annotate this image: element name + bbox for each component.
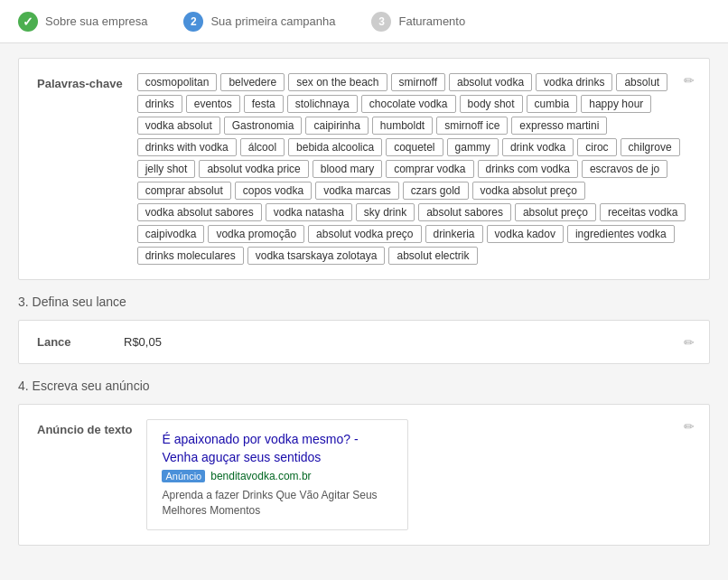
nav-step-1[interactable]: ✓ Sobre sua empresa — [18, 12, 147, 32]
step2-label: Sua primeira campanha — [210, 14, 335, 28]
keyword-tag[interactable]: ciroc — [577, 138, 616, 156]
keyword-tag[interactable]: belvedere — [220, 73, 285, 91]
keyword-tag[interactable]: cosmopolitan — [137, 73, 218, 91]
keyword-tag[interactable]: stolichnaya — [287, 95, 358, 113]
keyword-tag[interactable]: sky drink — [356, 203, 415, 221]
step2-number: 2 — [191, 15, 197, 28]
step2-circle: 2 — [183, 12, 203, 32]
keyword-tag[interactable]: ingredientes vodka — [567, 225, 675, 243]
ad-preview: É apaixonado por vodka mesmo? - Venha ag… — [146, 419, 408, 530]
keyword-tag[interactable]: drinks com vodka — [478, 160, 578, 178]
keyword-tag[interactable]: bebida alcoolica — [288, 138, 382, 156]
ad-title-link[interactable]: É apaixonado por vodka mesmo? - Venha ag… — [162, 432, 358, 464]
keywords-tags-container: cosmopolitanbelvederesex on the beachsmi… — [137, 73, 691, 265]
ad-title: É apaixonado por vodka mesmo? - Venha ag… — [162, 431, 393, 466]
keywords-label: Palavras-chave — [37, 73, 123, 90]
keywords-row: Palavras-chave cosmopolitanbelvederesex … — [37, 73, 691, 265]
anuncio-edit-icon[interactable]: ✏ — [684, 419, 695, 434]
keyword-tag[interactable]: vodka absolut sabores — [137, 203, 262, 221]
keyword-tag[interactable]: vodka natasha — [266, 203, 352, 221]
keyword-tag[interactable]: vodka drinks — [536, 73, 612, 91]
keyword-tag[interactable]: drink vodka — [502, 138, 574, 156]
keyword-tag[interactable]: drinks with vodka — [137, 138, 237, 156]
ad-badge: Anúncio — [162, 470, 205, 482]
keyword-tag[interactable]: body shot — [460, 95, 523, 113]
keyword-tag[interactable]: czars gold — [403, 182, 469, 200]
keyword-tag[interactable]: vodka absolut — [137, 117, 220, 135]
lance-card: ✏ Lance R$0,05 — [18, 320, 710, 364]
keyword-tag[interactable]: copos vodka — [235, 182, 312, 200]
keyword-tag[interactable]: absolut vodka price — [199, 160, 308, 178]
ad-domain-row: Anúncio benditavodka.com.br — [162, 470, 393, 482]
keyword-tag[interactable]: expresso martini — [511, 117, 607, 135]
keyword-tag[interactable]: absolut preço — [515, 203, 596, 221]
keyword-tag[interactable]: coquetel — [386, 138, 443, 156]
keyword-tag[interactable]: vodka marcas — [315, 182, 399, 200]
checkmark-icon: ✓ — [23, 14, 33, 29]
keyword-tag[interactable]: absolut vodka preço — [308, 225, 421, 243]
keyword-tag[interactable]: sex on the beach — [288, 73, 387, 91]
anuncio-label: Anúncio de texto — [37, 419, 132, 436]
keyword-tag[interactable]: cumbia — [527, 95, 578, 113]
anuncio-row: Anúncio de texto É apaixonado por vodka … — [37, 419, 691, 530]
step3-number: 3 — [378, 15, 385, 28]
keyword-tag[interactable]: vodka absolut preço — [472, 182, 585, 200]
keyword-tag[interactable]: gammy — [447, 138, 499, 156]
step1-label: Sobre sua empresa — [45, 14, 147, 28]
keyword-tag[interactable]: comprar absolut — [137, 182, 231, 200]
keyword-tag[interactable]: smirnoff — [391, 73, 445, 91]
lance-edit-icon[interactable]: ✏ — [684, 335, 695, 350]
keyword-tag[interactable]: blood mary — [313, 160, 382, 178]
keyword-tag[interactable]: álcool — [240, 138, 285, 156]
step3-circle: 3 — [371, 12, 391, 32]
anuncio-section-title: 4. Escreva seu anúncio — [18, 379, 710, 393]
keyword-tag[interactable]: comprar vodka — [386, 160, 473, 178]
keyword-tag[interactable]: absolut vodka — [449, 73, 532, 91]
ad-description: Aprenda a fazer Drinks Que Vão Agitar Se… — [162, 488, 393, 519]
anuncio-card: ✏ Anúncio de texto É apaixonado por vodk… — [18, 404, 710, 546]
keyword-tag[interactable]: caipirinha — [305, 117, 368, 135]
keyword-tag[interactable]: jelly shot — [137, 160, 196, 178]
lance-row: Lance R$0,05 — [37, 335, 691, 349]
keywords-edit-icon[interactable]: ✏ — [684, 73, 695, 88]
keyword-tag[interactable]: festa — [244, 95, 284, 113]
keyword-tag[interactable]: eventos — [186, 95, 240, 113]
keyword-tag[interactable]: caipivodka — [137, 225, 205, 243]
keyword-tag[interactable]: chocolate vodka — [361, 95, 456, 113]
keyword-tag[interactable]: humboldt — [372, 117, 433, 135]
keyword-tag[interactable]: absolut — [616, 73, 667, 91]
keyword-tag[interactable]: Gastronomia — [224, 117, 303, 135]
lance-value: R$0,05 — [124, 335, 162, 349]
top-navigation: ✓ Sobre sua empresa 2 Sua primeira campa… — [0, 0, 728, 43]
keyword-tag[interactable]: drinks — [137, 95, 182, 113]
lance-section-title: 3. Defina seu lance — [18, 295, 710, 309]
keyword-tag[interactable]: vodka kadov — [487, 225, 564, 243]
step1-circle: ✓ — [18, 12, 38, 32]
nav-step-3[interactable]: 3 Faturamento — [371, 12, 465, 32]
keyword-tag[interactable]: absolut sabores — [418, 203, 511, 221]
keyword-tag[interactable]: vodka tsarskaya zolotaya — [247, 247, 386, 265]
keyword-tag[interactable]: receitas vodka — [600, 203, 686, 221]
ad-domain: benditavodka.com.br — [210, 470, 311, 482]
keyword-tag[interactable]: absolut electrik — [388, 247, 477, 265]
nav-step-2[interactable]: 2 Sua primeira campanha — [183, 12, 335, 32]
main-content: ✏ Palavras-chave cosmopolitanbelvederese… — [0, 43, 728, 575]
keyword-tag[interactable]: vodka promoção — [208, 225, 304, 243]
keyword-tag[interactable]: smirnoff ice — [436, 117, 508, 135]
keyword-tag[interactable]: happy hour — [581, 95, 651, 113]
step3-label: Faturamento — [398, 14, 465, 28]
keywords-card: ✏ Palavras-chave cosmopolitanbelvederese… — [18, 58, 710, 280]
keyword-tag[interactable]: drinkeria — [425, 225, 483, 243]
lance-label: Lance — [37, 335, 109, 349]
keyword-tag[interactable]: escravos de jo — [582, 160, 667, 178]
keyword-tag[interactable]: drinks moleculares — [137, 247, 244, 265]
keyword-tag[interactable]: chilgrove — [621, 138, 680, 156]
